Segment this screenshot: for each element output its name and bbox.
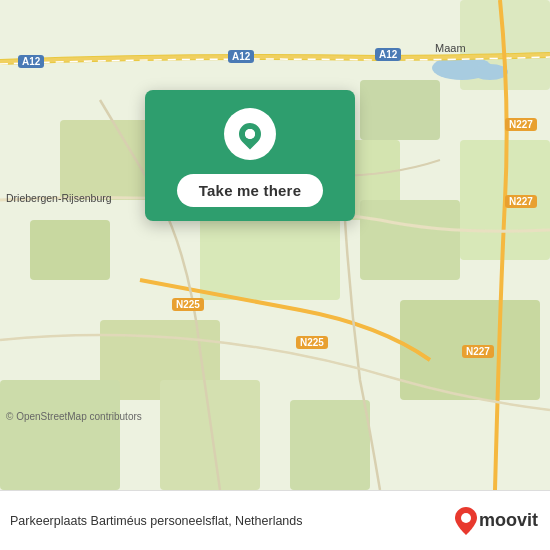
moovit-pin-icon — [455, 507, 477, 535]
moovit-brand-text: moovit — [479, 510, 538, 531]
city-label-driebergen: Driebergen-Rijsenburg — [6, 192, 112, 204]
road-label-a12-right: A12 — [375, 48, 401, 61]
svg-rect-5 — [30, 220, 110, 280]
map-container: A12 A12 A12 N225 N225 N227 N227 N227 Maa… — [0, 0, 550, 490]
take-me-there-button[interactable]: Take me there — [177, 174, 323, 207]
svg-rect-11 — [160, 380, 260, 490]
svg-point-16 — [472, 64, 508, 80]
svg-rect-10 — [0, 380, 120, 490]
road-label-n227-mid: N227 — [505, 195, 537, 208]
road-label-a12-left: A12 — [18, 55, 44, 68]
bottom-bar: Parkeerplaats Bartiméus personeelsflat, … — [0, 490, 550, 550]
road-label-n225-right: N225 — [296, 336, 328, 349]
svg-rect-7 — [360, 200, 460, 280]
pin-dot — [243, 127, 257, 141]
svg-point-17 — [461, 513, 471, 523]
svg-rect-12 — [290, 400, 370, 490]
location-pin — [224, 108, 276, 160]
road-label-n227-top: N227 — [505, 118, 537, 131]
road-label-n227-bot: N227 — [462, 345, 494, 358]
svg-rect-2 — [360, 80, 440, 140]
location-card[interactable]: Take me there — [145, 90, 355, 221]
city-label-maam: Maam — [435, 42, 466, 54]
road-label-n225-left: N225 — [172, 298, 204, 311]
copyright-text: © OpenStreetMap contributors — [6, 411, 142, 422]
moovit-logo: moovit — [455, 507, 538, 535]
location-name: Parkeerplaats Bartiméus personeelsflat, … — [10, 514, 455, 528]
road-label-a12-mid: A12 — [228, 50, 254, 63]
pin-icon — [234, 118, 265, 149]
